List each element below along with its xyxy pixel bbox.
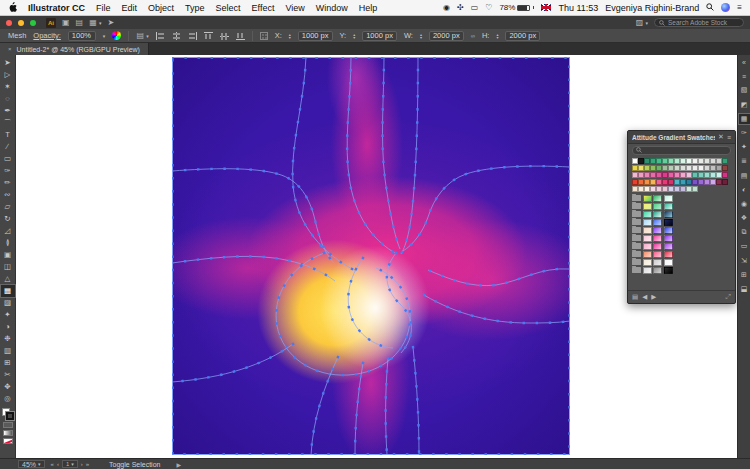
previous-artboard-button[interactable]: ‹ bbox=[57, 461, 59, 467]
panel-menu-icon[interactable]: ≡ bbox=[727, 134, 731, 141]
line-segment-tool[interactable]: ∕ bbox=[1, 141, 15, 153]
mesh-anchor-points[interactable] bbox=[172, 169, 334, 263]
perspective-grid-tool[interactable]: △ bbox=[1, 273, 15, 285]
fill-stroke-indicator[interactable] bbox=[2, 408, 14, 420]
swatch-search-input[interactable] bbox=[632, 146, 731, 155]
document-icon-2[interactable]: ▤ bbox=[76, 19, 84, 27]
arrange-documents-icon[interactable]: ▦ ▾ bbox=[89, 19, 101, 27]
magic-wand-tool[interactable]: ✶ bbox=[1, 81, 15, 93]
gradient-swatch[interactable] bbox=[664, 211, 673, 218]
menu-effect[interactable]: Effect bbox=[252, 3, 275, 13]
asterisk-status-icon[interactable]: ✣ bbox=[457, 3, 464, 12]
symbol-sprayer-tool[interactable]: ❉ bbox=[1, 333, 15, 345]
gradient-swatch[interactable] bbox=[643, 243, 652, 250]
color-group-folder-icon[interactable] bbox=[632, 219, 641, 225]
gradient-panel-icon[interactable]: ▤ bbox=[739, 171, 750, 181]
transparency-panel-icon[interactable]: ◐ bbox=[739, 185, 750, 195]
mesh-anchor-points[interactable] bbox=[311, 357, 338, 455]
menu-object[interactable]: Object bbox=[148, 3, 174, 13]
panel-close-icon[interactable]: ✕ bbox=[718, 133, 724, 141]
color-group-folder-icon[interactable] bbox=[632, 203, 641, 209]
battery-indicator[interactable]: 78% bbox=[499, 3, 534, 12]
mesh-line[interactable] bbox=[293, 57, 356, 271]
mesh-anchor-points[interactable] bbox=[276, 253, 410, 375]
mesh-line[interactable] bbox=[172, 344, 293, 382]
circle-status-icon[interactable]: ◉ bbox=[443, 3, 450, 12]
mesh-line[interactable] bbox=[276, 253, 410, 375]
mesh-line[interactable] bbox=[382, 57, 400, 249]
gradient-swatch[interactable] bbox=[664, 219, 673, 226]
eyedropper-tool[interactable]: ✦ bbox=[1, 309, 15, 321]
heart-status-icon[interactable]: ♡ bbox=[485, 3, 492, 12]
rotate-tool[interactable]: ↻ bbox=[1, 213, 15, 225]
w-stepper[interactable]: ▴▾ bbox=[420, 33, 422, 39]
x-value-field[interactable]: 1000 px bbox=[298, 31, 333, 41]
notification-center-icon[interactable]: ≡ bbox=[737, 3, 742, 12]
stroke-color-swatch[interactable] bbox=[6, 412, 14, 420]
constrain-proportions-icon[interactable]: ∞ bbox=[471, 33, 475, 39]
gradient-swatch[interactable] bbox=[664, 235, 673, 242]
color-swatch[interactable] bbox=[722, 179, 728, 185]
color-swatch[interactable] bbox=[722, 165, 728, 171]
mesh-anchor-points[interactable] bbox=[401, 57, 418, 254]
workspace-switcher-icon[interactable]: ▨ ▾ bbox=[636, 19, 648, 27]
expand-panels-icon[interactable]: « bbox=[739, 57, 750, 67]
gradient-swatch[interactable] bbox=[653, 219, 662, 226]
reference-point-locator[interactable] bbox=[260, 32, 268, 40]
adobe-stock-search-input[interactable]: Search Adobe Stock bbox=[654, 18, 744, 27]
menu-app-name[interactable]: Illustrator CC bbox=[28, 3, 85, 13]
w-value-field[interactable]: 2000 px bbox=[429, 31, 464, 41]
close-tab-icon[interactable]: × bbox=[8, 46, 12, 52]
eraser-tool[interactable]: ▱ bbox=[1, 201, 15, 213]
menu-window[interactable]: Window bbox=[316, 3, 348, 13]
gradient-swatch[interactable] bbox=[653, 251, 662, 258]
hand-tool[interactable]: ✥ bbox=[1, 381, 15, 393]
artboards-panel-icon[interactable]: ▭ bbox=[739, 241, 750, 251]
input-language-flag-icon[interactable] bbox=[541, 4, 551, 11]
gradient-button[interactable] bbox=[3, 430, 13, 436]
column-graph-tool[interactable]: ▥ bbox=[1, 345, 15, 357]
first-artboard-button[interactable]: « bbox=[51, 461, 54, 467]
appearance-panel-icon[interactable]: ◉ bbox=[739, 199, 750, 209]
next-library-icon[interactable]: ▶ bbox=[651, 293, 656, 301]
mesh-anchor-points[interactable] bbox=[347, 57, 395, 253]
gradient-swatch[interactable] bbox=[653, 243, 662, 250]
opacity-label[interactable]: Opacity: bbox=[33, 31, 61, 40]
last-artboard-button[interactable]: » bbox=[86, 461, 89, 467]
mesh-anchor-points[interactable] bbox=[293, 57, 356, 271]
type-tool[interactable]: T bbox=[1, 129, 15, 141]
mesh-line[interactable] bbox=[348, 258, 393, 348]
libraries-panel-icon[interactable]: ≡ bbox=[739, 71, 750, 81]
align-left-button[interactable] bbox=[156, 32, 165, 40]
gradient-swatch[interactable] bbox=[653, 203, 662, 210]
display-status-icon[interactable]: ▭ bbox=[471, 3, 479, 12]
lasso-tool[interactable]: ◌ bbox=[1, 93, 15, 105]
align-panel-icon[interactable]: ⊞ bbox=[739, 270, 750, 280]
align-right-button[interactable] bbox=[188, 32, 197, 40]
align-bottom-button[interactable] bbox=[236, 32, 245, 40]
graphic-styles-panel-icon[interactable]: ❖ bbox=[739, 213, 750, 223]
gradient-swatch[interactable] bbox=[653, 259, 662, 266]
mesh-anchor-points[interactable] bbox=[172, 344, 293, 382]
menu-file[interactable]: File bbox=[96, 3, 111, 13]
color-group-folder-icon[interactable] bbox=[632, 235, 641, 241]
menubar-user-name[interactable]: Evgeniya Righini-Brand bbox=[605, 3, 699, 13]
color-group-folder-icon[interactable] bbox=[632, 259, 641, 265]
mesh-anchor-points[interactable] bbox=[173, 58, 570, 455]
gradient-tool[interactable]: ▨ bbox=[1, 297, 15, 309]
gradient-swatch[interactable] bbox=[643, 227, 652, 234]
close-window-button[interactable] bbox=[6, 20, 12, 26]
mesh-anchor-points[interactable] bbox=[424, 295, 570, 323]
gradient-swatch[interactable] bbox=[664, 195, 673, 202]
pencil-tool[interactable]: ✏ bbox=[1, 177, 15, 189]
mesh-anchor-points[interactable] bbox=[428, 269, 570, 286]
gradient-swatch[interactable] bbox=[664, 243, 673, 250]
scale-tool[interactable]: ◿ bbox=[1, 225, 15, 237]
gradient-swatch[interactable] bbox=[643, 259, 652, 266]
gradient-swatch[interactable] bbox=[664, 267, 673, 274]
slice-tool[interactable]: ✂ bbox=[1, 369, 15, 381]
panel-header[interactable]: Attitude Gradient Swatches ✕ ≡ bbox=[628, 131, 735, 144]
zoom-window-button[interactable] bbox=[30, 20, 36, 26]
gradient-swatch[interactable] bbox=[653, 235, 662, 242]
color-swatch[interactable] bbox=[722, 172, 728, 178]
